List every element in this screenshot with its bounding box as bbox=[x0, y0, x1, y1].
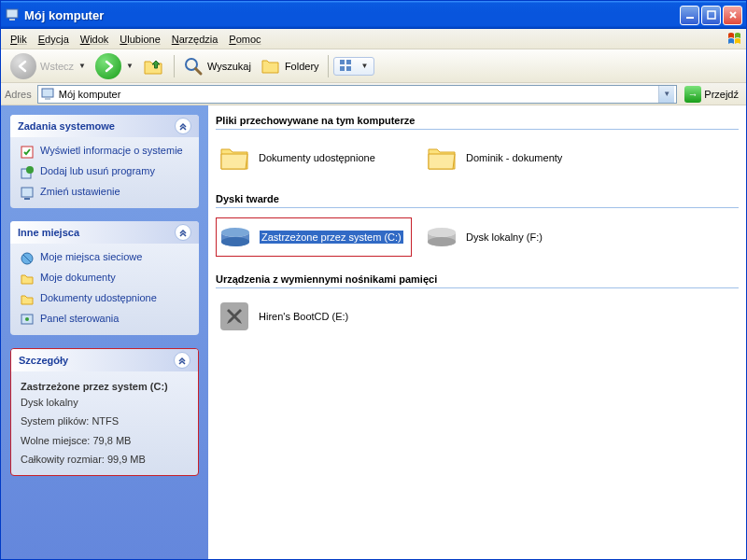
svg-rect-0 bbox=[7, 9, 18, 18]
details-name: Zastrzeżone przez system (C:) bbox=[21, 379, 189, 395]
forward-button[interactable]: ▼ bbox=[92, 51, 137, 81]
place-label: Dokumenty udostępnione bbox=[40, 292, 157, 303]
item-drive-f[interactable]: Dysk lokalny (F:) bbox=[423, 217, 619, 257]
main-pane: Pliki przechowywane na tym komputerze Do… bbox=[208, 105, 746, 559]
place-shareddocs[interactable]: Dokumenty udostępnione bbox=[20, 292, 190, 307]
panel-body-places: Moje miejsca sieciowe Moje dokumenty Dok… bbox=[10, 244, 199, 335]
panel-title: Inne miejsca bbox=[18, 227, 79, 238]
item-user-docs[interactable]: Dominik - dokumenty bbox=[423, 139, 619, 176]
folder-icon bbox=[20, 272, 35, 287]
panel-header-details[interactable]: Szczegóły bbox=[11, 349, 198, 371]
item-cd-e[interactable]: Hiren's BootCD (E:) bbox=[216, 298, 412, 335]
group-files: Pliki przechowywane na tym komputerze bbox=[216, 109, 739, 130]
addressbar: Adres Mój komputer ▼ → Przejdź bbox=[1, 83, 746, 105]
folders-button[interactable]: Foldery bbox=[257, 54, 323, 78]
go-label: Przejdź bbox=[704, 89, 739, 100]
group-drives-items: Zastrzeżone przez system (C:) Dysk lokal… bbox=[216, 217, 739, 257]
group-removable: Urządzenia z wymiennymi nośnikami pamięc… bbox=[216, 268, 739, 288]
close-button[interactable] bbox=[723, 6, 742, 25]
svg-rect-14 bbox=[21, 188, 33, 197]
task-change-setting[interactable]: Zmień ustawienie bbox=[20, 186, 190, 201]
titlebar[interactable]: Mój komputer bbox=[1, 1, 746, 29]
views-button[interactable]: ▼ bbox=[333, 57, 375, 76]
svg-point-17 bbox=[25, 317, 29, 321]
panel-details: Szczegóły Zastrzeżone przez system (C:) … bbox=[10, 348, 199, 476]
go-button[interactable]: → Przejdź bbox=[681, 85, 742, 104]
address-dropdown[interactable]: ▼ bbox=[658, 86, 674, 103]
svg-point-19 bbox=[221, 237, 249, 246]
views-icon bbox=[340, 60, 357, 73]
panel-header-places[interactable]: Inne miejsca bbox=[10, 221, 199, 244]
svg-rect-5 bbox=[340, 60, 345, 64]
search-icon bbox=[183, 56, 204, 77]
toolbar-separator bbox=[174, 55, 175, 77]
panel-other-places: Inne miejsca Moje miejsca sieciowe Moje … bbox=[10, 221, 199, 335]
collapse-button[interactable] bbox=[174, 352, 190, 369]
item-shared-docs[interactable]: Dokumenty udostępnione bbox=[216, 139, 412, 176]
folder-up-icon bbox=[143, 55, 165, 77]
computer-icon bbox=[5, 7, 20, 22]
panel-header-tasks[interactable]: Zadania systemowe bbox=[10, 115, 199, 137]
computer-icon bbox=[40, 87, 55, 102]
menu-file[interactable]: Plik bbox=[5, 32, 33, 47]
place-mydocs[interactable]: Moje dokumenty bbox=[20, 272, 190, 287]
task-label: Wyświetl informacje o systemie bbox=[40, 145, 183, 156]
content-area: Zadania systemowe Wyświetl informacje o … bbox=[1, 105, 746, 559]
svg-rect-7 bbox=[340, 66, 345, 71]
toolbar-separator-2 bbox=[328, 55, 329, 77]
task-system-info[interactable]: Wyświetl informacje o systemie bbox=[20, 145, 190, 160]
forward-icon bbox=[95, 53, 121, 79]
task-label: Dodaj lub usuń programy bbox=[40, 165, 155, 176]
tools-icon bbox=[218, 300, 251, 333]
address-value: Mój komputer bbox=[59, 89, 655, 100]
back-icon bbox=[10, 53, 36, 79]
drive-icon bbox=[218, 220, 252, 254]
details-body: Zastrzeżone przez system (C:) Dysk lokal… bbox=[11, 371, 198, 475]
minimize-button[interactable] bbox=[680, 6, 699, 25]
place-label: Moje dokumenty bbox=[40, 272, 116, 283]
details-filesystem: System plików: NTFS bbox=[21, 413, 189, 429]
place-network[interactable]: Moje miejsca sieciowe bbox=[20, 251, 190, 266]
search-label: Wyszukaj bbox=[207, 61, 251, 72]
menu-view[interactable]: Widok bbox=[75, 32, 115, 47]
details-free: Wolne miejsce: 79,8 MB bbox=[21, 433, 189, 449]
forward-dropdown[interactable]: ▼ bbox=[126, 62, 134, 70]
menu-help[interactable]: Pomoc bbox=[223, 32, 266, 47]
group-files-items: Dokumenty udostępnione Dominik - dokumen… bbox=[216, 139, 739, 176]
add-remove-icon bbox=[20, 165, 35, 180]
back-label: Wstecz bbox=[40, 61, 74, 72]
task-label: Zmień ustawienie bbox=[40, 186, 120, 197]
collapse-button[interactable] bbox=[175, 224, 191, 241]
address-label: Adres bbox=[5, 89, 32, 100]
drive-icon bbox=[425, 220, 458, 254]
menu-edit[interactable]: Edycja bbox=[33, 32, 75, 47]
back-dropdown[interactable]: ▼ bbox=[78, 62, 86, 70]
svg-point-18 bbox=[221, 228, 249, 237]
item-label: Dominik - dokumenty bbox=[466, 152, 562, 163]
item-drive-c[interactable]: Zastrzeżone przez system (C:) bbox=[216, 217, 412, 257]
maximize-button[interactable] bbox=[701, 6, 721, 25]
search-button[interactable]: Wyszukaj bbox=[179, 54, 255, 78]
item-label: Dysk lokalny (F:) bbox=[466, 231, 543, 243]
group-removable-items: Hiren's BootCD (E:) bbox=[216, 298, 739, 335]
menu-tools[interactable]: Narzędzia bbox=[166, 32, 224, 47]
collapse-button[interactable] bbox=[175, 118, 191, 134]
up-button[interactable] bbox=[139, 53, 169, 79]
svg-rect-9 bbox=[42, 89, 53, 97]
svg-rect-2 bbox=[686, 17, 694, 19]
details-total: Całkowity rozmiar: 99,9 MB bbox=[21, 452, 189, 468]
folders-label: Foldery bbox=[285, 61, 319, 72]
window-title: Mój komputer bbox=[24, 8, 680, 22]
group-drives: Dyski twarde bbox=[216, 188, 739, 208]
back-button[interactable]: Wstecz ▼ bbox=[7, 51, 90, 81]
address-field[interactable]: Mój komputer ▼ bbox=[37, 85, 678, 104]
sidebar: Zadania systemowe Wyświetl informacje o … bbox=[1, 105, 208, 559]
menu-favorites[interactable]: Ulubione bbox=[114, 32, 165, 47]
info-icon bbox=[20, 145, 35, 160]
views-dropdown[interactable]: ▼ bbox=[361, 62, 369, 70]
place-controlpanel[interactable]: Panel sterowania bbox=[20, 313, 190, 328]
svg-point-21 bbox=[428, 237, 456, 246]
menubar: Plik Edycja Widok Ulubione Narzędzia Pom… bbox=[1, 29, 746, 49]
task-add-remove[interactable]: Dodaj lub usuń programy bbox=[20, 165, 190, 180]
controlpanel-icon bbox=[20, 313, 35, 328]
